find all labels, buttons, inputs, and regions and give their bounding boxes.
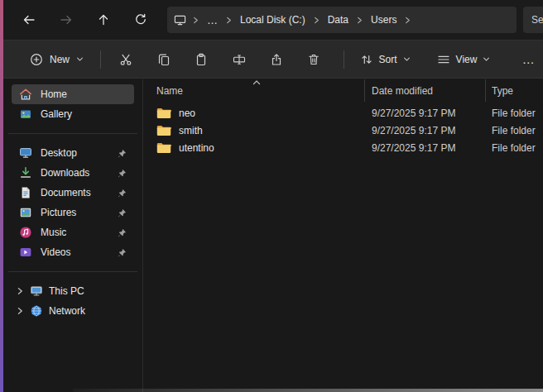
breadcrumb-segment-data[interactable]: Data bbox=[326, 12, 350, 28]
pictures-icon bbox=[19, 206, 32, 219]
breadcrumb-chevron-icon[interactable] bbox=[225, 17, 233, 24]
up-arrow-icon bbox=[97, 13, 110, 26]
command-bar: New bbox=[3, 40, 543, 79]
refresh-icon bbox=[134, 13, 147, 26]
table-row[interactable]: smith 9/27/2025 9:17 PM File folder bbox=[144, 122, 543, 139]
forward-button[interactable] bbox=[52, 7, 80, 32]
sidebar-item-home[interactable]: Home bbox=[12, 84, 134, 104]
share-button[interactable] bbox=[260, 46, 293, 73]
chevron-down-icon bbox=[76, 55, 84, 63]
folder-icon bbox=[156, 108, 171, 119]
new-button[interactable]: New bbox=[22, 47, 92, 72]
breadcrumb-chevron-icon[interactable] bbox=[313, 17, 320, 24]
this-pc-icon bbox=[30, 284, 43, 298]
column-headers: Name Date modified Type bbox=[144, 79, 543, 102]
file-name: utentino bbox=[179, 142, 214, 154]
clipboard-paste-icon bbox=[195, 53, 208, 66]
copy-button[interactable] bbox=[147, 46, 180, 73]
file-date-modified: 9/27/2025 9:17 PM bbox=[365, 125, 486, 136]
pin-icon bbox=[118, 149, 127, 158]
sort-arrows-icon bbox=[360, 53, 373, 66]
back-arrow-icon bbox=[22, 13, 36, 26]
refresh-button[interactable] bbox=[127, 7, 155, 32]
sort-button[interactable]: Sort bbox=[353, 47, 418, 72]
sidebar-item-desktop[interactable]: Desktop bbox=[12, 143, 134, 163]
breadcrumb-segment-drive[interactable]: Local Disk (C:) bbox=[238, 12, 307, 28]
file-name: neo bbox=[179, 108, 195, 119]
paste-button[interactable] bbox=[185, 46, 218, 73]
sidebar-item-videos[interactable]: Videos bbox=[12, 242, 134, 262]
copy-icon bbox=[157, 53, 171, 66]
file-explorer-window: … Local Disk (C:) Data Users New bbox=[0, 0, 543, 392]
documents-icon bbox=[19, 186, 32, 199]
more-options-button[interactable]: … bbox=[514, 46, 543, 73]
pin-icon bbox=[118, 189, 127, 198]
view-button[interactable]: View bbox=[430, 47, 498, 72]
sidebar-item-this-pc[interactable]: This PC bbox=[12, 281, 134, 301]
sidebar-item-documents[interactable]: Documents bbox=[12, 183, 134, 203]
left-edge-accent bbox=[0, 0, 3, 392]
file-type: File folder bbox=[486, 108, 543, 119]
network-icon bbox=[30, 304, 43, 318]
sidebar-item-network[interactable]: Network bbox=[12, 301, 134, 321]
breadcrumb-segment-users[interactable]: Users bbox=[369, 12, 398, 28]
chevron-right-icon[interactable] bbox=[16, 287, 24, 295]
rename-button[interactable] bbox=[222, 46, 255, 73]
up-button[interactable] bbox=[89, 7, 118, 32]
sort-button-label: Sort bbox=[379, 54, 397, 65]
breadcrumb-chevron-icon[interactable] bbox=[404, 17, 411, 24]
scissors-icon bbox=[119, 53, 132, 66]
sort-ascending-chevron-icon[interactable] bbox=[252, 79, 261, 86]
file-type: File folder bbox=[486, 125, 543, 136]
chevron-down-icon bbox=[483, 55, 490, 63]
breadcrumb-chevron-icon[interactable] bbox=[356, 17, 363, 24]
view-lines-icon bbox=[437, 53, 450, 66]
sidebar-item-label: Pictures bbox=[41, 207, 76, 218]
file-list-pane: Name Date modified Type neo 9/27/2025 9:… bbox=[144, 79, 543, 392]
sidebar-item-pictures[interactable]: Pictures bbox=[12, 203, 134, 222]
address-bar[interactable]: … Local Disk (C:) Data Users bbox=[167, 7, 517, 33]
column-header-type[interactable]: Type bbox=[486, 79, 543, 102]
sidebar-divider bbox=[8, 133, 137, 134]
forward-arrow-icon bbox=[60, 13, 73, 26]
file-date-modified: 9/27/2025 9:17 PM bbox=[365, 108, 486, 119]
pin-icon bbox=[118, 169, 127, 178]
breadcrumb-chevron-icon[interactable] bbox=[192, 17, 199, 24]
cut-button[interactable] bbox=[109, 46, 142, 73]
table-row[interactable]: neo 9/27/2025 9:17 PM File folder bbox=[144, 104, 543, 122]
home-icon bbox=[19, 88, 32, 101]
music-icon bbox=[19, 226, 32, 239]
back-button[interactable] bbox=[15, 7, 43, 32]
search-input[interactable] bbox=[523, 7, 543, 33]
toolbar-divider bbox=[100, 50, 101, 69]
file-date-modified: 9/27/2025 9:17 PM bbox=[365, 142, 486, 154]
navigation-pane: Home Gallery Desktop bbox=[3, 79, 143, 392]
sidebar-item-gallery[interactable]: Gallery bbox=[12, 104, 134, 124]
share-icon bbox=[270, 53, 283, 66]
sidebar-divider bbox=[8, 271, 137, 272]
sidebar-item-label: Music bbox=[41, 227, 66, 238]
sidebar-item-label: Home bbox=[41, 88, 67, 100]
chevron-right-icon[interactable] bbox=[16, 307, 24, 315]
pin-icon bbox=[118, 228, 127, 237]
explorer-body: Home Gallery Desktop bbox=[3, 79, 543, 392]
rename-icon bbox=[233, 53, 246, 66]
this-pc-monitor-icon[interactable] bbox=[174, 14, 186, 26]
column-header-date-modified[interactable]: Date modified bbox=[365, 79, 486, 102]
sidebar-item-label: Downloads bbox=[41, 167, 89, 179]
navigation-bar: … Local Disk (C:) Data Users bbox=[3, 0, 543, 40]
sidebar-item-music[interactable]: Music bbox=[12, 222, 134, 242]
delete-button[interactable] bbox=[297, 46, 330, 73]
breadcrumb-overflow[interactable]: … bbox=[205, 14, 219, 26]
file-rows: neo 9/27/2025 9:17 PM File folder smith … bbox=[144, 104, 543, 156]
chevron-down-icon bbox=[403, 55, 411, 63]
sidebar-item-label: Desktop bbox=[41, 147, 77, 159]
trash-icon bbox=[307, 53, 320, 66]
view-button-label: View bbox=[456, 54, 478, 65]
file-type: File folder bbox=[486, 142, 543, 154]
desktop-icon bbox=[19, 146, 32, 160]
table-row[interactable]: utentino 9/27/2025 9:17 PM File folder bbox=[144, 139, 543, 156]
new-button-label: New bbox=[50, 54, 70, 65]
gallery-icon bbox=[19, 108, 32, 121]
sidebar-item-downloads[interactable]: Downloads bbox=[12, 163, 134, 183]
